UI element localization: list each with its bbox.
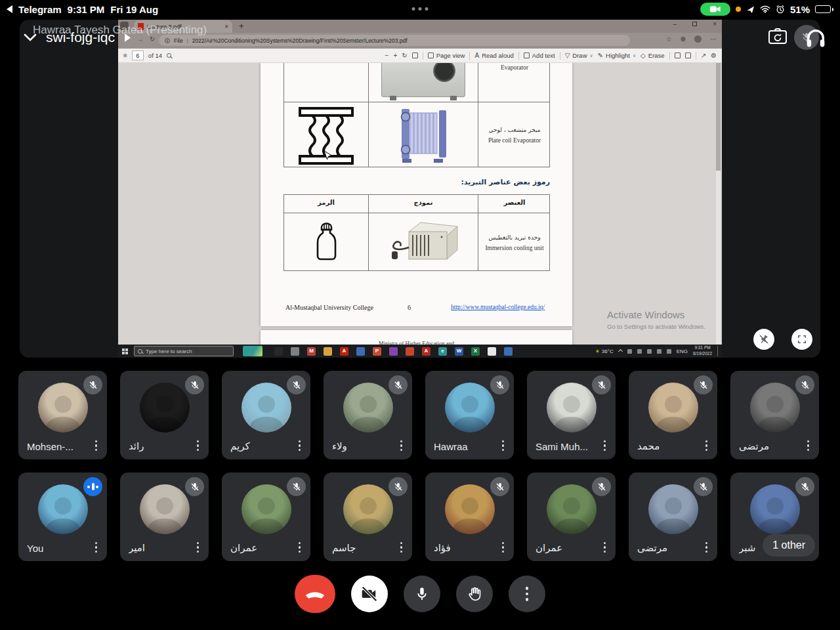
participant-tile[interactable]: You [18, 472, 107, 561]
mic-off-icon [800, 380, 810, 390]
back-to-telegram[interactable]: Telegram 9:31 PM Fri 19 Aug [7, 4, 158, 15]
participant-name: Hawraa [434, 441, 468, 452]
language-indicator: ENG [677, 348, 688, 354]
participant-tile[interactable]: مرتضى [730, 371, 819, 459]
participant-tile[interactable]: رائد [120, 371, 209, 459]
taskbar-app-icon: A [340, 347, 348, 356]
raise-hand-button[interactable] [456, 576, 493, 612]
taskbar-app-icon: W [455, 347, 463, 356]
participant-tile[interactable]: Hawraa [425, 371, 514, 459]
back-icon [7, 5, 12, 13]
info-icon [165, 38, 170, 43]
participant-tile[interactable]: كريم [222, 371, 310, 459]
avatar [750, 383, 800, 432]
expand-icon: ↗ [701, 52, 706, 59]
browser-url-bar: ←→↻ File | 2022/Air%20Conditioning%20Sys… [118, 33, 722, 49]
mic-off-icon [291, 380, 302, 390]
tile-menu-button[interactable] [400, 542, 403, 553]
overflow-count-badge[interactable]: 1 other [763, 534, 815, 556]
taskbar-app-icon [291, 347, 299, 356]
audio-output-button[interactable] [805, 28, 827, 51]
status-date: Fri 19 Aug [110, 4, 158, 15]
meeting-header[interactable]: swi-fojg-iqc [24, 30, 131, 45]
flip-camera-icon [768, 28, 788, 45]
symbols-table-1: Evaporator [284, 63, 550, 167]
show-desktop-strip [717, 346, 719, 356]
page-view-button: Page view [428, 52, 465, 59]
participant-tile[interactable]: شبر 1 other [730, 472, 819, 561]
tile-menu-button[interactable] [807, 440, 810, 452]
read-aloud-button: ARead aloud [474, 52, 513, 59]
unpin-button[interactable] [753, 329, 774, 350]
mic-off-icon [800, 482, 810, 492]
avatar [38, 383, 88, 432]
taskbar-app-icon [324, 347, 332, 356]
zoom-in-icon: + [393, 52, 397, 59]
participant-tile[interactable]: فؤاد [425, 472, 514, 561]
mic-status-badge [795, 375, 814, 394]
mic-status-badge [83, 477, 102, 496]
tile-menu-button[interactable] [502, 440, 505, 452]
tile-menu-button[interactable] [400, 440, 403, 452]
fullscreen-button[interactable] [791, 329, 812, 350]
sun-icon: ☀ [595, 348, 600, 354]
tile-menu-button[interactable] [705, 440, 708, 452]
plate-heat-exchanger-image [393, 105, 453, 165]
add-text-button: Add text [524, 52, 555, 59]
avatar [140, 484, 190, 534]
tile-menu-button[interactable] [299, 542, 301, 553]
tile-menu-button[interactable] [197, 542, 200, 553]
participant-name: Sami Muh... [536, 441, 588, 452]
participant-tile[interactable]: ولاء [324, 371, 412, 459]
more-options-button[interactable] [509, 576, 545, 612]
mic-off-icon [393, 380, 404, 390]
mic-status-badge [694, 375, 713, 394]
tile-menu-button[interactable] [197, 440, 200, 452]
back-app-label: Telegram [18, 4, 62, 15]
maximize-icon [692, 22, 697, 26]
headphones-icon [805, 28, 827, 49]
status-time: 9:31 PM [68, 4, 105, 15]
tile-menu-button[interactable] [95, 542, 98, 553]
switch-camera-button[interactable] [768, 28, 788, 47]
mic-off-icon [495, 380, 505, 390]
tile-menu-button[interactable] [604, 440, 606, 452]
taskbar-app-icon [488, 347, 496, 356]
participant-tile[interactable]: عمران [222, 472, 310, 561]
participant-tile[interactable]: Mohsen-... [18, 371, 107, 459]
participant-tile[interactable]: محمد [629, 371, 717, 459]
participant-tile[interactable]: عمران [527, 472, 616, 561]
tray-icon [627, 349, 632, 354]
mic-toggle-button[interactable] [404, 576, 440, 612]
tile-menu-button[interactable] [299, 440, 301, 452]
video-active-pill-icon[interactable] [700, 3, 730, 16]
pdf-page: Evaporator [261, 63, 572, 326]
weather-widget: ☀36°C [595, 348, 614, 354]
mic-off-icon [88, 380, 98, 390]
more-options-icon [526, 587, 529, 601]
hang-up-icon [304, 587, 326, 600]
mic-status-badge [287, 477, 306, 496]
activate-windows-watermark: Activate Windows Go to Settings to activ… [607, 309, 705, 330]
participant-tile[interactable]: جاسم [324, 472, 412, 561]
hang-up-button[interactable] [295, 575, 335, 613]
immersion-unit-symbol [313, 220, 339, 262]
camera-toggle-button[interactable] [351, 576, 388, 612]
row2-label: مبخر متشعب ، لوحي Plate coil Evaporator [478, 125, 551, 146]
search-placeholder: Type here to search [146, 348, 192, 354]
mic-off-icon [393, 482, 404, 492]
tile-menu-button[interactable] [705, 542, 708, 553]
presentation-tile[interactable]: Hawraa Tayesh Gatea (Presenting) swi-foj… [20, 20, 820, 358]
tile-menu-button[interactable] [502, 542, 505, 553]
avatar [648, 383, 698, 432]
tile-menu-button[interactable] [604, 542, 606, 553]
participant-tile[interactable]: Sami Muh... [527, 371, 616, 459]
print-icon [675, 52, 681, 58]
browser-tab-strip: Lecture 3.pdf × + – × [118, 20, 722, 33]
save-icon [685, 52, 691, 58]
shared-screen-video[interactable]: Lecture 3.pdf × + – × ←→↻ File | [118, 20, 722, 358]
participant-tile[interactable]: امير [120, 472, 209, 561]
tile-menu-button[interactable] [95, 440, 98, 452]
participant-tile[interactable]: مرتضى [629, 472, 717, 561]
avatar [445, 383, 495, 432]
